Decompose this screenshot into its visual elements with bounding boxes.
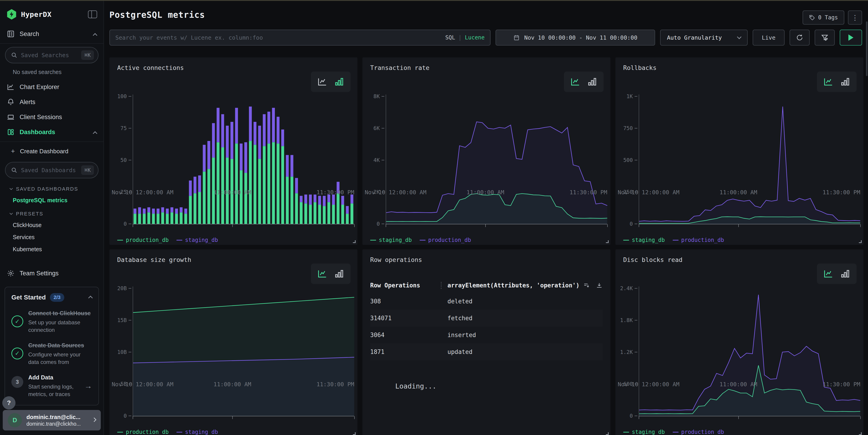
run-query-button[interactable]	[840, 30, 862, 45]
user-menu[interactable]: D dominic.tran@clic... dominic.tran@clic…	[3, 410, 101, 430]
chart-plot[interactable]: 05B10B15B20B	[110, 288, 358, 416]
bar-chart-icon[interactable]	[334, 77, 344, 87]
sidebar-item-search[interactable]: Search	[0, 26, 103, 41]
legend-item[interactable]: staging_db	[623, 237, 665, 243]
sidebar-collapse-icon[interactable]	[88, 10, 97, 18]
sidebar-item-chart-explorer[interactable]: Chart Explorer	[0, 79, 103, 95]
saved-dashboards-input[interactable]: Saved Dashboards ⌘K	[5, 162, 98, 178]
chevron-right-icon	[93, 418, 96, 422]
bar-chart-icon[interactable]	[840, 269, 850, 279]
legend-item[interactable]: production_db	[117, 429, 169, 435]
sidebar-item-alerts[interactable]: Alerts	[0, 95, 103, 109]
sidebar-item-team-settings[interactable]: Team Settings	[0, 266, 103, 281]
line-chart-icon[interactable]	[823, 77, 833, 87]
get-started-step-1[interactable]: ✓ Connect to ClickHouse Set up your data…	[11, 309, 92, 334]
chart-legend: staging_dbproduction_db	[623, 429, 724, 435]
granularity-select[interactable]: Auto Granularity	[660, 30, 748, 45]
live-button[interactable]: Live	[753, 30, 784, 45]
chevron-down-icon	[9, 187, 13, 190]
plot-region	[386, 96, 607, 224]
chart-mode-toolbar	[817, 264, 857, 284]
bar-chart-icon[interactable]	[840, 77, 850, 87]
chart-plot[interactable]: 02K4K6K8K	[363, 96, 611, 224]
line-chart-icon[interactable]	[823, 269, 833, 279]
legend-item[interactable]: staging_db	[370, 237, 412, 243]
table-row[interactable]: 3064 inserted	[370, 327, 603, 343]
bar-chart-icon[interactable]	[334, 269, 344, 279]
row-operations-table: Row Operations arrayElement(Attributes, …	[370, 278, 603, 390]
y-axis-tick: 0	[124, 413, 131, 419]
top-right-actions: 0 Tags ⋮	[803, 10, 862, 25]
query-language-toggle[interactable]: SQL | Lucene	[445, 34, 485, 41]
chevron-up-icon[interactable]	[93, 129, 97, 136]
y-axis: 02505007501K	[615, 96, 637, 224]
play-icon	[848, 34, 854, 41]
sort-options-icon[interactable]	[583, 282, 590, 289]
legend-item[interactable]: staging_db	[623, 429, 665, 435]
line-chart-icon[interactable]	[317, 269, 327, 279]
refresh-button[interactable]	[789, 30, 810, 45]
dashboard-grid: Active connections 0255075100 Nov 10 12:…	[110, 57, 863, 435]
y-axis-tick: 0	[629, 221, 637, 227]
scrollbar-thumb[interactable]	[866, 22, 868, 76]
panel-disc-blocks-read: Disc blocks read 06001.2K1.8K2.4K Nov 10…	[615, 249, 863, 435]
bar-chart-icon[interactable]	[587, 77, 597, 87]
sql-toggle[interactable]: SQL	[445, 34, 455, 41]
event-search-input[interactable]: Search your events w/ Lucene ex. column:…	[110, 30, 491, 45]
legend-item[interactable]: production_db	[673, 429, 724, 435]
column-header[interactable]: arrayElement(Attributes, 'operation')	[447, 282, 580, 289]
legend-item[interactable]: staging_db	[177, 429, 218, 435]
line-chart-icon[interactable]	[317, 77, 327, 87]
create-dashboard-button[interactable]: + Create Dashboard	[0, 144, 103, 159]
panel-resize-handle[interactable]	[606, 432, 609, 435]
legend-item[interactable]: production_db	[673, 237, 724, 243]
lucene-toggle[interactable]: Lucene	[465, 34, 485, 41]
legend-item[interactable]: staging_db	[177, 237, 218, 243]
legend-item[interactable]: production_db	[420, 237, 471, 243]
panel-resize-handle[interactable]	[606, 240, 609, 243]
download-icon[interactable]	[596, 282, 603, 289]
sidebar-item-services[interactable]: Services	[0, 231, 103, 243]
chart-plot[interactable]: 02505007501K	[615, 96, 863, 224]
table-row[interactable]: 308 deleted	[370, 293, 603, 310]
panel-resize-handle[interactable]	[859, 240, 862, 243]
chart-legend: production_dbstaging_db	[117, 237, 218, 243]
panel-resize-handle[interactable]	[859, 432, 862, 435]
chart-plot[interactable]: 0255075100	[110, 96, 358, 224]
table-row[interactable]: 1871 updated	[370, 343, 603, 360]
saved-dashboards-section-header[interactable]: SAVED DASHBOARDS	[0, 181, 103, 194]
get-started-step-3[interactable]: 3 Add Data Start sending logs, metrics, …	[11, 374, 92, 398]
date-range-picker[interactable]: Nov 10 00:00:00 - Nov 11 00:00:00	[496, 30, 655, 45]
help-button[interactable]: ?	[2, 396, 16, 409]
column-resize-handle[interactable]	[441, 282, 441, 289]
sidebar-item-postgresql-metrics[interactable]: PostgreSQL metrics	[0, 194, 103, 206]
y-axis-tick: 100	[117, 93, 131, 99]
x-axis-tick	[232, 416, 233, 419]
chart-mode-toolbar	[311, 264, 350, 284]
sidebar-item-client-sessions[interactable]: Client Sessions	[0, 109, 103, 125]
table-row[interactable]: 314071 fetched	[370, 310, 603, 327]
filter-button[interactable]	[815, 30, 835, 45]
legend-item[interactable]: production_db	[117, 237, 169, 243]
presets-section-header[interactable]: PRESETS	[0, 206, 103, 219]
chevron-up-icon[interactable]	[93, 31, 97, 38]
tags-button[interactable]: 0 Tags	[803, 10, 844, 25]
column-header[interactable]: Row Operations	[370, 282, 441, 289]
kebab-menu-button[interactable]: ⋮	[848, 10, 862, 25]
plot-region	[133, 288, 354, 416]
chart-plot[interactable]: 06001.2K1.8K2.4K	[615, 288, 863, 416]
chevron-up-icon[interactable]	[89, 295, 92, 300]
panel-resize-handle[interactable]	[353, 240, 355, 243]
y-axis-line	[386, 95, 386, 224]
line-chart-icon[interactable]	[570, 77, 580, 87]
sidebar-item-clickhouse[interactable]: ClickHouse	[0, 219, 103, 231]
panel-resize-handle[interactable]	[353, 432, 355, 435]
sidebar-item-kubernetes[interactable]: Kubernetes	[0, 243, 103, 255]
get-started-step-2[interactable]: ✓ Create Data Sources Configure where yo…	[11, 342, 92, 366]
panel-title: Rollbacks	[615, 57, 863, 71]
saved-searches-input[interactable]: Saved Searches ⌘K	[5, 47, 98, 63]
sidebar-item-dashboards[interactable]: Dashboards	[0, 125, 103, 140]
y-axis-tick: 500	[623, 157, 637, 163]
chart-legend: staging_dbproduction_db	[370, 237, 471, 243]
x-axis-line	[133, 224, 354, 224]
